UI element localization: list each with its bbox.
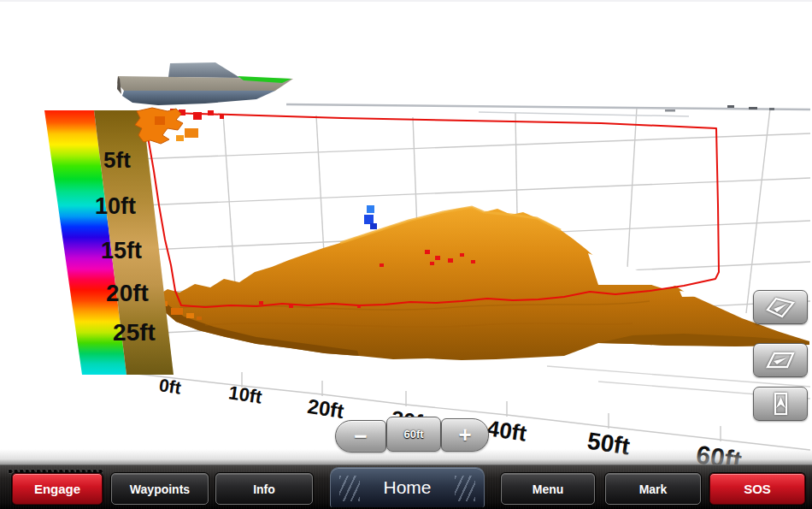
engage-button[interactable]: Engage xyxy=(12,473,103,505)
seafloor-terrain xyxy=(158,207,809,360)
home-tab-grip-left xyxy=(339,476,360,501)
beam-view-forward-icon xyxy=(764,296,797,319)
beam-view-forward-button[interactable] xyxy=(753,290,808,324)
depth-label-5ft: 5ft xyxy=(103,147,131,174)
terrain-notch xyxy=(680,291,728,297)
depth-label-10ft: 10ft xyxy=(95,193,136,220)
menu-button[interactable]: Menu xyxy=(501,473,595,505)
zoom-in-button[interactable]: + xyxy=(441,418,489,452)
home-tab-grip-right xyxy=(455,476,475,501)
zoom-controls: − 60ft + xyxy=(335,417,487,451)
home-button-label: Home xyxy=(383,477,431,498)
boat-orientation-button[interactable] xyxy=(753,387,808,421)
zoom-range-value[interactable]: 60ft xyxy=(386,417,441,452)
depth-label-25ft: 25ft xyxy=(113,319,156,346)
info-button[interactable]: Info xyxy=(215,473,313,505)
zoom-out-button[interactable]: − xyxy=(335,420,386,453)
beam-view-down-icon xyxy=(764,349,797,371)
mark-button[interactable]: Mark xyxy=(605,473,701,505)
sos-button[interactable]: SOS xyxy=(709,473,805,505)
range-label-10ft: 10ft xyxy=(227,382,264,408)
boat-orientation-icon xyxy=(768,391,792,417)
waypoints-button[interactable]: Waypoints xyxy=(111,473,209,505)
depth-label-20ft: 20ft xyxy=(106,280,149,307)
waterline xyxy=(286,104,810,116)
toolbar-fade xyxy=(0,449,812,465)
bottom-toolbar: Engage Waypoints Info Home Menu Mark SOS xyxy=(0,465,812,509)
sonar-3d-scene xyxy=(0,0,812,465)
chartplotter-screen: 5ft 10ft 15ft 20ft 25ft 0ft 10ft 20ft 30… xyxy=(0,0,812,509)
boat-model xyxy=(117,62,293,105)
range-label-40ft: 40ft xyxy=(485,415,528,447)
range-label-0ft: 0ft xyxy=(158,375,183,399)
beam-view-down-button[interactable] xyxy=(753,343,808,377)
home-button[interactable]: Home xyxy=(330,467,485,507)
depth-label-15ft: 15ft xyxy=(101,238,142,264)
